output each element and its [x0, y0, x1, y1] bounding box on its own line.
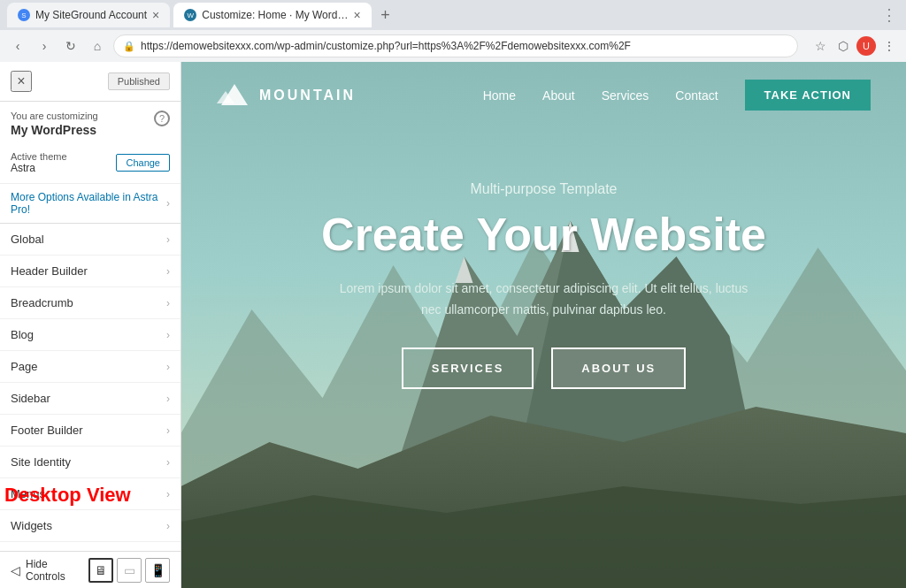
logo-mountain-icon	[217, 82, 252, 109]
menu-item-menus-label: Menus	[11, 487, 45, 500]
tab-2-favicon: W	[184, 9, 196, 21]
site-header: MOUNTAIN Home About Services Contact TAK…	[181, 62, 906, 128]
active-theme-label: Active theme	[11, 151, 67, 162]
bookmark-icon[interactable]: ☆	[810, 36, 830, 56]
services-button[interactable]: SERVICES	[402, 347, 534, 389]
menu-item-menus-chevron: ›	[166, 488, 170, 500]
tab-bar: S My SiteGround Account × W Customize: H…	[0, 0, 906, 30]
site-logo: MOUNTAIN	[217, 82, 356, 109]
site-nav: Home About Services Contact TAKE ACTION	[483, 80, 871, 111]
menu-item-global-chevron: ›	[166, 233, 170, 246]
menu-item-blog[interactable]: Blog ›	[0, 319, 180, 351]
menu-item-site-identity-label: Site Identity	[11, 455, 71, 469]
tab-1-close[interactable]: ×	[152, 8, 159, 22]
nav-cta-button[interactable]: TAKE ACTION	[745, 80, 871, 111]
tab-1-title: My SiteGround Account	[35, 9, 147, 21]
hero-buttons: SERVICES ABOUT US	[217, 347, 871, 389]
theme-row: Active theme Astra Change	[0, 146, 180, 184]
menu-item-page-label: Page	[11, 360, 37, 373]
site-name: My WordPress	[11, 123, 98, 137]
window-controls: ⋮	[879, 5, 899, 25]
menu-item-menus[interactable]: Menus ›	[0, 478, 180, 510]
menu-item-widgets-chevron: ›	[166, 520, 170, 532]
sidebar-menu: Global › Header Builder › Breadcrumb › B…	[0, 224, 180, 551]
tab-2-close[interactable]: ×	[353, 8, 360, 22]
forward-button[interactable]: ›	[34, 35, 55, 57]
menu-item-header-builder[interactable]: Header Builder ›	[0, 256, 180, 287]
browser-chrome: S My SiteGround Account × W Customize: H…	[0, 0, 906, 62]
help-icon[interactable]: ?	[154, 111, 170, 126]
new-tab-button[interactable]: +	[375, 4, 396, 26]
tab-1[interactable]: S My SiteGround Account ×	[7, 3, 170, 27]
menu-item-blog-label: Blog	[11, 328, 34, 341]
astra-pro-banner[interactable]: More Options Available in Astra Pro! ›	[0, 184, 180, 224]
customizing-label: You are customizing	[11, 111, 98, 121]
hero-description: Lorem ipsum dolor sit amet, consectetur …	[332, 279, 756, 321]
menu-item-site-identity-chevron: ›	[166, 456, 170, 469]
astra-pro-chevron: ›	[166, 197, 170, 210]
profile-icon[interactable]: U	[856, 36, 876, 56]
hero-content: Multi-purpose Template Create Your Websi…	[181, 128, 906, 424]
desktop-view-button[interactable]: 🖥	[88, 558, 113, 583]
home-button[interactable]: ⌂	[87, 35, 108, 57]
nav-about[interactable]: About	[542, 88, 575, 103]
menu-icon[interactable]: ⋮	[879, 36, 899, 56]
menu-item-sidebar-chevron: ›	[166, 393, 170, 405]
hero-title: Create Your Website	[217, 208, 871, 261]
hide-controls-icon: ◁	[11, 563, 20, 577]
menu-item-breadcrumb-label: Breadcrumb	[11, 296, 73, 309]
tab-2[interactable]: W Customize: Home · My Word… ×	[173, 3, 371, 27]
site-preview: MOUNTAIN Home About Services Contact TAK…	[181, 62, 906, 588]
menu-item-footer-builder[interactable]: Footer Builder ›	[0, 415, 180, 447]
change-theme-button[interactable]: Change	[116, 154, 170, 172]
menu-item-global[interactable]: Global ›	[0, 224, 180, 256]
nav-home[interactable]: Home	[483, 88, 516, 103]
back-button[interactable]: ‹	[7, 35, 28, 57]
sidebar-close-button[interactable]: ×	[11, 71, 32, 92]
menu-item-footer-builder-label: Footer Builder	[11, 424, 83, 437]
menu-item-widgets-label: Widgets	[11, 519, 52, 532]
mobile-view-button[interactable]: 📱	[145, 558, 170, 583]
menu-item-sidebar-label: Sidebar	[11, 392, 50, 405]
extensions-icon[interactable]: ⬡	[833, 36, 853, 56]
url-text: https://demowebsitexxx.com/wp-admin/cust…	[141, 40, 631, 52]
menu-item-breadcrumb-chevron: ›	[166, 297, 170, 309]
hide-controls[interactable]: ◁ Hide Controls	[11, 558, 73, 583]
sidebar-header: × Published	[0, 62, 180, 102]
menu-item-blog-chevron: ›	[166, 329, 170, 341]
menu-item-global-label: Global	[11, 233, 44, 246]
url-bar[interactable]: 🔒 https://demowebsitexxx.com/wp-admin/cu…	[113, 34, 798, 57]
tab-2-title: Customize: Home · My Word…	[202, 9, 348, 21]
menu-item-page[interactable]: Page ›	[0, 351, 180, 383]
tab-1-favicon: S	[18, 9, 30, 21]
astra-pro-text: More Options Available in Astra Pro!	[11, 191, 166, 216]
menu-item-footer-builder-chevron: ›	[166, 424, 170, 437]
sidebar-bottom: ◁ Hide Controls 🖥 ▭ 📱	[0, 551, 180, 588]
address-bar: ‹ › ↻ ⌂ 🔒 https://demowebsitexxx.com/wp-…	[0, 30, 906, 62]
customize-sidebar: × Published You are customizing My WordP…	[0, 62, 181, 588]
published-badge: Published	[108, 73, 170, 90]
preview-area: MOUNTAIN Home About Services Contact TAK…	[181, 62, 906, 588]
tablet-view-button[interactable]: ▭	[117, 558, 142, 583]
nav-contact[interactable]: Contact	[675, 88, 718, 103]
sidebar-info: You are customizing My WordPress ?	[0, 102, 180, 146]
menu-item-breadcrumb[interactable]: Breadcrumb ›	[0, 287, 180, 319]
lock-icon: 🔒	[123, 41, 135, 52]
reload-button[interactable]: ↻	[60, 35, 81, 57]
menu-item-widgets[interactable]: Widgets ›	[0, 510, 180, 542]
menu-item-sidebar[interactable]: Sidebar ›	[0, 383, 180, 415]
hero-subtitle: Multi-purpose Template	[217, 181, 871, 197]
hide-controls-label: Hide Controls	[26, 558, 73, 583]
nav-services[interactable]: Services	[602, 88, 649, 103]
theme-name: Astra	[11, 162, 67, 174]
menu-item-header-builder-chevron: ›	[166, 265, 170, 278]
menu-item-homepage-settings[interactable]: Homepage Settings ›	[0, 542, 180, 551]
menu-item-header-builder-label: Header Builder	[11, 264, 88, 278]
about-button[interactable]: ABOUT US	[551, 347, 686, 389]
menu-item-page-chevron: ›	[166, 361, 170, 373]
menu-item-site-identity[interactable]: Site Identity ›	[0, 447, 180, 478]
logo-text: MOUNTAIN	[259, 88, 356, 103]
